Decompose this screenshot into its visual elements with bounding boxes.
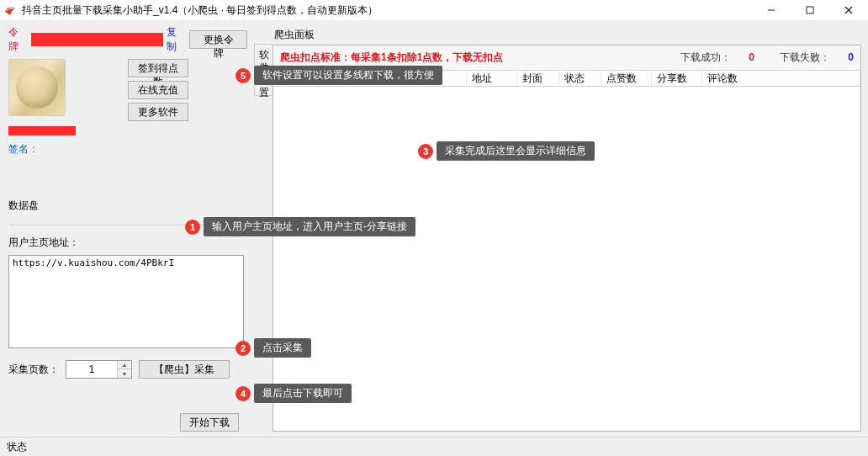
settings-tab-char: 软 — [259, 50, 269, 61]
download-ok: 下载成功： 0 — [680, 50, 754, 65]
svg-rect-1 — [807, 7, 813, 13]
url-label: 用户主页地址： — [8, 236, 247, 250]
annotation-text: 采集完成后这里会显示详细信息 — [437, 141, 595, 161]
more-software-button[interactable]: 更多软件 — [128, 103, 188, 121]
token-label: 令牌 — [8, 25, 28, 54]
app-icon — [3, 3, 17, 17]
username-redacted — [8, 126, 76, 135]
settings-tab-char: 置 — [259, 87, 269, 98]
crawler-panel-title: 爬虫面板 — [273, 25, 861, 45]
annotation-text: 输入用户主页地址，进入用户主页-分享链接 — [204, 217, 415, 236]
spin-up-icon[interactable]: ▲ — [118, 361, 131, 369]
copy-link[interactable]: 复制 — [167, 25, 186, 54]
token-redacted — [31, 33, 163, 46]
col-status: 状态 — [559, 72, 601, 86]
recharge-button[interactable]: 在线充值 — [128, 81, 188, 99]
download-button[interactable]: 开始下载 — [180, 413, 239, 432]
url-textarea[interactable] — [8, 255, 244, 348]
annotation-badge: 1 — [185, 220, 200, 235]
sign-in-button[interactable]: 签到得点数 — [128, 59, 188, 77]
annotation-3: 3 采集完成后这里会显示详细信息 — [418, 141, 595, 161]
avatar — [8, 59, 66, 116]
rule-text: 爬虫扣点标准：每采集1条扣除1点数，下载无扣点 — [280, 50, 503, 65]
annotation-1: 1 输入用户主页地址，进入用户主页-分享链接 — [185, 217, 415, 236]
annotation-2: 2 点击采集 — [236, 338, 311, 358]
col-url: 地址 — [467, 72, 517, 86]
pages-label: 采集页数： — [8, 363, 59, 377]
collect-button[interactable]: 【爬虫】采集 — [139, 360, 230, 379]
annotation-badge: 5 — [236, 68, 251, 83]
annotation-text: 软件设置可以设置多线程下载，很方便 — [254, 66, 442, 85]
annotation-badge: 2 — [236, 341, 251, 356]
statusbar: 状态 — [0, 437, 868, 455]
download-ok-label: 下载成功： — [680, 51, 731, 63]
download-fail-label: 下载失败： — [780, 51, 830, 63]
annotation-text: 最后点击下载即可 — [254, 384, 352, 403]
col-cover: 封面 — [517, 72, 559, 86]
download-fail-value: 0 — [848, 51, 854, 63]
annotation-4: 4 最后点击下载即可 — [236, 384, 352, 403]
minimize-button[interactable] — [752, 0, 791, 20]
change-token-button[interactable]: 更换令牌 — [189, 30, 247, 49]
status-text: 状态 — [7, 441, 27, 453]
pages-input[interactable] — [66, 361, 117, 378]
spin-down-icon[interactable]: ▼ — [118, 369, 131, 378]
pages-stepper[interactable]: ▲ ▼ — [66, 360, 132, 379]
annotation-5: 5 软件设置可以设置多线程下载，很方便 — [236, 66, 442, 85]
annotation-text: 点击采集 — [254, 338, 311, 358]
table-body — [273, 87, 860, 431]
data-panel-title: 数据盘 — [8, 199, 247, 213]
close-button[interactable] — [829, 0, 868, 20]
window-title: 抖音主页批量下载采集小助手_v1.4（小爬虫 · 每日签到得点数，自动更新版本） — [22, 3, 378, 18]
titlebar: 抖音主页批量下载采集小助手_v1.4（小爬虫 · 每日签到得点数，自动更新版本） — [0, 0, 868, 20]
download-fail: 下载失败： 0 — [780, 50, 854, 65]
signature-label: 签名： — [8, 142, 247, 156]
col-comments: 评论数 — [702, 72, 860, 86]
download-ok-value: 0 — [749, 51, 754, 63]
crawler-panel: 爬虫扣点标准：每采集1条扣除1点数，下载无扣点 下载成功： 0 下载失败： 0 … — [273, 45, 861, 432]
col-likes: 点赞数 — [601, 72, 652, 86]
col-shares: 分享数 — [652, 72, 702, 86]
annotation-badge: 3 — [418, 144, 433, 159]
annotation-badge: 4 — [236, 386, 251, 401]
maximize-button[interactable] — [791, 0, 829, 20]
